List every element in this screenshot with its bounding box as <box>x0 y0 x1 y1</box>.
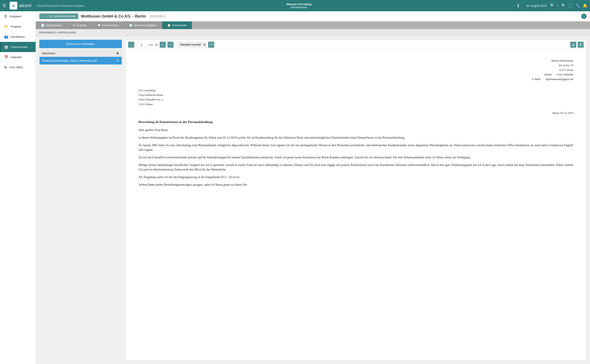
tab-stammdaten[interactable]: 📄 Stammdaten <box>36 21 67 29</box>
kalender-icon: 📅 <box>4 55 8 59</box>
kandidaten-icon: 👥 <box>4 35 8 39</box>
file-row[interactable]: Bewerbungsunterlagen_Martin_Heinemann.pd… <box>40 57 122 65</box>
sender-city: 53127 Bonn <box>139 68 573 72</box>
back-to-list-button[interactable]: ← ← Zur Unternehmensliste <box>39 13 78 19</box>
section-header: DOKUMENTE / UNTERLAGEN <box>36 29 590 36</box>
filename-column-header: Dateiname <box>42 52 55 55</box>
file-table-header: Dateiname 🗑 <box>40 50 122 57</box>
mobil-label: Mobil: <box>544 73 552 76</box>
page-number-input[interactable] <box>136 42 147 47</box>
section-content: DOKUMENTE / UNTERLAGEN Dokumente hochlad… <box>36 29 590 364</box>
viewer-toolbar: ‹ von 39 › − Aktuelles Ausmaß 50% 75% 10… <box>126 40 586 50</box>
doc-subject: Bewerbung als Datenerfasser in der Perso… <box>139 119 573 124</box>
doc-body: Sehr geehrte Frau Reim, in Ihrem Stellen… <box>139 128 573 187</box>
para6: Sollten Ihnen meine Bewerbungsunterlagen… <box>139 182 573 187</box>
docs-area: Dokumente hochladen Dateiname 🗑 Bewerbun… <box>36 36 590 364</box>
section-title: DOKUMENTE / UNTERLAGEN <box>39 31 76 34</box>
page-of-label: von <box>149 43 153 46</box>
mobil-value: 0163 4369406 <box>556 73 573 76</box>
recipient-name: Frau Katharina Reim <box>139 93 573 97</box>
sender-email: E-Mail: mjheinemann@gmtx.de <box>139 77 573 81</box>
sender-mobil: Mobil: 0163 4369406 <box>139 72 573 77</box>
unternehmen-icon: 🏢 <box>4 45 8 49</box>
kommentare-icon: 💬 <box>97 24 101 27</box>
tab-label: Kommentare <box>102 24 118 27</box>
remove-file-button[interactable]: ✕ <box>116 58 119 63</box>
total-pages: 39 <box>155 43 158 46</box>
dokumente-icon: 📋 <box>167 24 171 27</box>
user-name: Michael Schrading <box>287 3 312 6</box>
projekte-icon: 📁 <box>4 25 8 29</box>
projekte-tab-icon: ⚙ <box>73 24 75 27</box>
help-button[interactable]: ? <box>581 14 587 19</box>
company-header: ← ← Zur Unternehmensliste Wollhosen GmbH… <box>36 11 590 21</box>
sidebar-item-unternehmen[interactable]: 🏢 Unternehmen <box>0 42 36 52</box>
sidebar-item-post-office[interactable]: ✉ Post Office <box>0 62 36 72</box>
sidebar-item-label: Aufgaben <box>9 15 21 18</box>
tab-label: Stammdaten <box>46 24 62 27</box>
logo: a akoni <box>10 2 32 10</box>
sidebar-item-label: Kandidaten <box>11 35 25 38</box>
sidebar-item-aufgaben[interactable]: ☰ Aufgaben <box>0 11 36 21</box>
sidebar-item-label: Kalender <box>11 56 22 59</box>
next-page-button[interactable]: › <box>160 42 166 48</box>
stammdaten-icon: 📄 <box>41 24 45 27</box>
logo-letter: a <box>12 3 14 8</box>
document-content: Martin Heinemann Im Acker 19 53127 Bonn … <box>126 50 586 360</box>
para4: Infolge meiner mehrjährigen beruflichen … <box>139 163 573 172</box>
topbar-user-info: Michael Schrading (Administrator) <box>87 3 510 9</box>
topbar-actions: 🔍 1 🔍 ⛶ 🔧 🔔 <box>550 3 587 8</box>
zoom-out-button[interactable]: 🔍 <box>561 3 566 8</box>
main-content: ← ← Zur Unternehmensliste Wollhosen GmbH… <box>36 11 590 364</box>
tab-dokumente[interactable]: 📋 Dokumente <box>162 21 192 29</box>
recipient-city: 53113 Bonn <box>139 102 573 106</box>
download-button[interactable]: ⬇ <box>578 42 584 48</box>
settings-button[interactable]: 🔧 <box>575 3 580 8</box>
sidebar-item-kandidaten[interactable]: 👥 Kandidaten <box>0 32 36 42</box>
email-value: mjheinemann@gmtx.de <box>545 78 573 81</box>
menu-icon[interactable]: ☰ <box>3 3 6 8</box>
print-button[interactable]: 🖨 <box>570 42 576 48</box>
topbar-date: 28. August 2023 <box>526 4 547 7</box>
para3: Da ich mich beruflich weiterentwickeln m… <box>139 155 573 160</box>
tab-kommentare[interactable]: 💬 Kommentare <box>92 21 124 29</box>
prev-page-button[interactable]: ‹ <box>128 42 134 48</box>
zoom-in-button[interactable]: 🔍 <box>550 3 555 8</box>
recipient-company: ES Consulting <box>139 88 573 93</box>
fullscreen-button[interactable]: ⛶ <box>569 3 573 8</box>
company-name: Wollhosen GmbH & Co KG. - Berlin <box>81 14 146 19</box>
delete-column-icon: 🗑 <box>116 52 119 55</box>
sidebar: ☰ Aufgaben 📁 Projekte 👥 Kandidaten 🏢 Unt… <box>0 11 36 364</box>
back-arrow-icon: ← <box>42 15 45 18</box>
sender-info: Martin Heinemann Im Acker 19 53127 Bonn … <box>139 58 573 82</box>
tab-label: Projekte <box>76 24 87 27</box>
tab-label: Dokumente <box>172 24 186 27</box>
user-role: (Administrator) <box>290 6 308 9</box>
sidebar-item-projekte[interactable]: 📁 Projekte <box>0 21 36 32</box>
sender-street: Im Acker 19 <box>139 63 573 67</box>
notifications-button[interactable]: 🔔 <box>583 3 587 8</box>
zoom-select[interactable]: Aktuelles Ausmaß 50% 75% 100% 125% 150% … <box>177 42 206 47</box>
zoom-decrease-button[interactable]: − <box>168 42 174 48</box>
upload-button[interactable]: Dokumente hochladen <box>39 40 122 48</box>
logo-name: akoni <box>19 3 32 8</box>
sidebar-item-label: Projekte <box>11 25 21 28</box>
zoom-increase-button[interactable]: + <box>208 42 214 48</box>
app-subtitle: Human Resource Information System <box>37 4 84 7</box>
recipient-street: Fritz-Schaeffer-Str. 1 <box>139 97 573 102</box>
info-icon[interactable]: ℹ <box>517 3 519 8</box>
document-viewer: ‹ von 39 › − Aktuelles Ausmaß 50% 75% 10… <box>125 40 587 361</box>
recipient-info: ES Consulting Frau Katharina Reim Fritz-… <box>139 88 573 106</box>
tab-termine[interactable]: 🕐 Termine/Aufgaben <box>124 21 162 29</box>
post-office-icon: ✉ <box>4 65 7 69</box>
file-table: Dateiname 🗑 Bewerbungsunterlagen_Martin_… <box>39 50 122 65</box>
zoom-level: 1 <box>557 4 559 7</box>
topbar: ☰ a akoni Human Resource Information Sys… <box>0 0 590 11</box>
docs-left-panel: Dokumente hochladen Dateiname 🗑 Bewerbun… <box>39 40 122 361</box>
sidebar-item-label: Post Office <box>9 66 23 69</box>
sidebar-item-kalender[interactable]: 📅 Kalender <box>0 52 36 62</box>
main-layout: ☰ Aufgaben 📁 Projekte 👥 Kandidaten 🏢 Unt… <box>0 11 590 364</box>
aufgaben-icon: ☰ <box>4 14 7 19</box>
company-id: (0201808-2) <box>149 14 166 18</box>
tab-projekte[interactable]: ⚙ Projekte <box>67 21 92 29</box>
